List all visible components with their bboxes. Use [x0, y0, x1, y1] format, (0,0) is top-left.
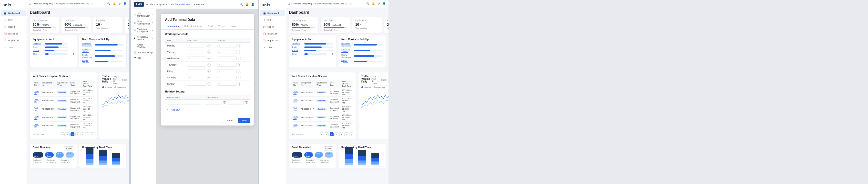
- holiday-date-end[interactable]: [227, 101, 244, 104]
- tab-rules[interactable]: Rules & validations: [182, 24, 206, 29]
- saturday-from-toggle[interactable]: ○: [207, 76, 211, 79]
- sunday-from-input[interactable]: [187, 82, 206, 86]
- fms-menu-task-config[interactable]: ☑ Task Configuration +: [131, 11, 156, 19]
- home-icon-right[interactable]: ⌂: [288, 2, 290, 5]
- nc-et-label-right[interactable]: Empty Trailers: [341, 59, 352, 64]
- wednesday-to-input[interactable]: [217, 56, 237, 60]
- sidebar-item-report[interactable]: 📋 Report: [1, 24, 26, 30]
- page-first[interactable]: «: [61, 132, 65, 136]
- nc-empty-containers-label[interactable]: Empty Containers: [82, 54, 93, 58]
- sunday-to-toggle[interactable]: ○: [238, 82, 241, 86]
- fms-menu-terminal-setup[interactable]: ⬜ Terminal Setup: [131, 50, 156, 55]
- fms-menu-tracking-config[interactable]: ⚙ Trackingpt Configuration +: [131, 26, 156, 34]
- fms-facility[interactable]: Facility: Valley View: [171, 3, 190, 6]
- sidebar-item-blacklist-right[interactable]: 🚫 Black List: [260, 31, 285, 37]
- traffic-export-button[interactable]: Export: [120, 78, 129, 82]
- tuesday-to-toggle[interactable]: ○: [238, 50, 241, 54]
- friday-to-toggle[interactable]: ○: [238, 70, 241, 73]
- nc-ec-label-right[interactable]: Empty Containers: [341, 54, 352, 58]
- friday-from-input[interactable]: [187, 69, 206, 73]
- task-link-r3[interactable]: Task-103: [293, 107, 298, 111]
- eq-other-label[interactable]: Other: [33, 53, 44, 55]
- traffic-export-button-right[interactable]: Export: [379, 78, 389, 82]
- home-icon[interactable]: ⌂: [29, 2, 31, 5]
- fms-menu-gis[interactable]: 🗺 GIS -: [131, 55, 156, 61]
- favorite-star-icon-right[interactable]: ☆: [350, 2, 352, 5]
- sidebar-item-dashboard-right[interactable]: ▦ Dashboard: [260, 10, 285, 17]
- nc-pc-label-right[interactable]: Preloaded Containers: [341, 43, 352, 47]
- settings-icon[interactable]: ⚙: [118, 2, 122, 6]
- tab-history[interactable]: History: [227, 24, 239, 29]
- notification-icon-right[interactable]: 🔔: [371, 2, 375, 6]
- thursday-to-input[interactable]: [217, 63, 237, 67]
- sunday-to-input[interactable]: [217, 82, 237, 86]
- nc-preloaded-containers-label[interactable]: Preloaded Containers: [82, 43, 93, 47]
- search-icon[interactable]: 🔍: [107, 2, 111, 6]
- calendar-icon[interactable]: 📅: [223, 101, 226, 104]
- task-link-1[interactable]: Task-101: [34, 90, 39, 95]
- favorite-star-icon[interactable]: ☆: [91, 2, 93, 5]
- page-next[interactable]: ›: [85, 132, 89, 136]
- eq-trailer-label[interactable]: Trailer: [33, 46, 44, 48]
- save-button[interactable]: Save: [238, 118, 250, 123]
- eq-trailer-label-right[interactable]: Trailer: [292, 46, 303, 48]
- user-icon-right[interactable]: 👤: [382, 2, 386, 6]
- eq-container-label-right[interactable]: Container: [292, 43, 303, 45]
- sidebar-item-blacklist[interactable]: 🚫 Black List: [1, 31, 26, 37]
- fms-notification-icon[interactable]: 🔔: [245, 2, 249, 6]
- cancel-button[interactable]: Cancel: [222, 118, 236, 123]
- thursday-from-input[interactable]: [187, 63, 206, 67]
- task-link-5[interactable]: Task-105: [34, 124, 39, 128]
- page-first-right[interactable]: «: [320, 132, 324, 136]
- page-2[interactable]: 2: [75, 132, 79, 136]
- fms-menu-order-workflow[interactable]: ↔ Order Workflow -: [131, 42, 156, 50]
- sidebar-item-reportlist-right[interactable]: 📄 Report List: [260, 37, 285, 44]
- page-2-right[interactable]: 2: [335, 132, 338, 136]
- sidebar-item-reportlist[interactable]: 📄 Report List: [1, 37, 26, 44]
- page-1[interactable]: 1: [70, 132, 74, 136]
- monday-from-toggle[interactable]: ○: [207, 44, 211, 48]
- add-holiday-button[interactable]: + + Add now: [165, 108, 250, 112]
- fms-menu-print-config[interactable]: 🖨 Print Configuration +: [131, 19, 156, 26]
- sidebar-item-entry[interactable]: ⤵ Entry: [1, 17, 26, 23]
- nc-preloaded-trailers-label[interactable]: Preloaded Trailers: [82, 48, 93, 53]
- sidebar-item-report-right[interactable]: 📋 Report: [260, 24, 285, 30]
- task-link-r4[interactable]: Task-104: [293, 115, 298, 120]
- eq-tractor-label-right[interactable]: Tractor: [292, 49, 303, 52]
- monday-to-input[interactable]: [217, 44, 237, 48]
- dwell-export-button-right[interactable]: Export: [323, 146, 333, 151]
- page-3[interactable]: 3: [80, 132, 84, 136]
- thursday-to-toggle[interactable]: ○: [238, 63, 241, 67]
- equipment-arrow-right[interactable]: ›: [360, 23, 361, 26]
- task-link-3[interactable]: Task-103: [34, 107, 39, 111]
- holiday-date-start[interactable]: [205, 101, 222, 104]
- friday-from-toggle[interactable]: ○: [207, 70, 211, 73]
- user-icon[interactable]: 👤: [123, 2, 127, 6]
- nc-pt-label-right[interactable]: Preloaded Trailers: [341, 48, 352, 53]
- page-3-right[interactable]: 3: [339, 132, 343, 136]
- search-icon-right[interactable]: 🔍: [366, 2, 370, 6]
- monday-from-input[interactable]: [187, 44, 206, 48]
- monday-to-toggle[interactable]: ○: [238, 44, 241, 48]
- fms-favorite[interactable]: ★ Favorite: [194, 3, 204, 6]
- sidebar-item-task-right[interactable]: ✓ Task: [260, 44, 285, 51]
- sidebar-item-dashboard[interactable]: ▦ Dashboard: [1, 10, 26, 17]
- sunday-from-toggle[interactable]: ○: [207, 82, 211, 86]
- eq-other-label-right[interactable]: Other: [292, 53, 303, 55]
- fms-search-icon[interactable]: 🔍: [239, 2, 243, 6]
- thursday-from-toggle[interactable]: ○: [207, 63, 211, 67]
- sidebar-item-task[interactable]: ✓ Task: [1, 44, 26, 51]
- task-link-r2[interactable]: Task-102: [293, 99, 298, 103]
- wednesday-from-toggle[interactable]: ○: [207, 57, 211, 60]
- notification-icon[interactable]: 🔔: [112, 2, 116, 6]
- fms-menu-accessorial[interactable]: ◆ Accessorial Service +: [131, 34, 156, 42]
- saturday-from-input[interactable]: [187, 76, 206, 79]
- nc-empty-trailers-label[interactable]: Empty Trailers: [82, 59, 93, 64]
- saturday-to-input[interactable]: [217, 76, 237, 79]
- page-prev[interactable]: ‹: [66, 132, 69, 136]
- page-prev-right[interactable]: ‹: [325, 132, 329, 136]
- tab-wvent[interactable]: Wvent: [216, 24, 227, 29]
- dwell-export-button[interactable]: Export: [64, 146, 74, 151]
- page-last-right[interactable]: »: [349, 132, 353, 136]
- holiday-name-input[interactable]: [167, 101, 201, 104]
